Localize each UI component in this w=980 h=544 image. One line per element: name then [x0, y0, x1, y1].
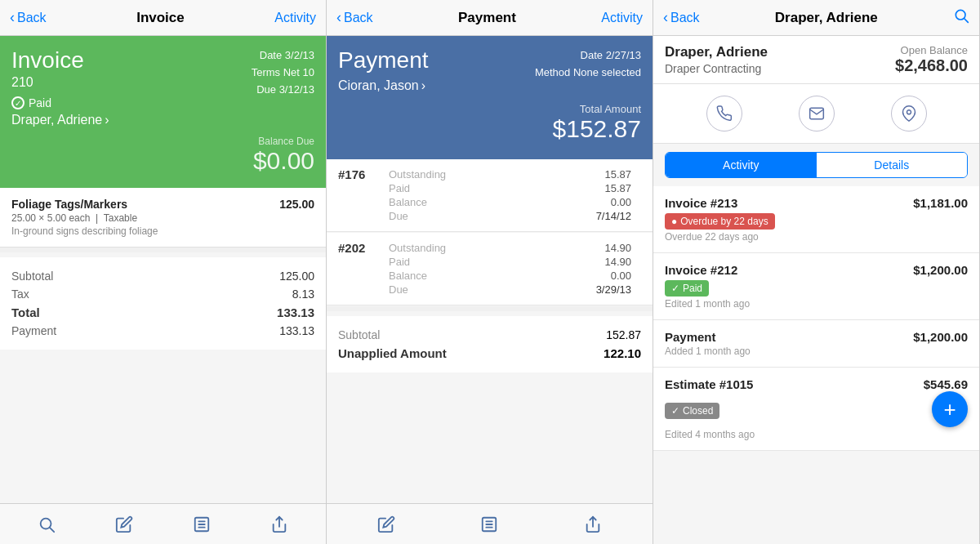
tax-label: Tax	[11, 288, 29, 301]
estimate-1015-title: Estimate #1015	[665, 377, 753, 391]
payment-subtotal-row: Subtotal 152.87	[338, 326, 641, 344]
paid-badge: ✓ Paid	[665, 280, 709, 297]
invoice-status: ✓ Paid	[11, 96, 314, 109]
invoice-212-sub: Edited 1 month ago	[665, 298, 968, 310]
location-button[interactable]	[891, 96, 927, 132]
customer-balance-amount: $2,468.00	[895, 56, 968, 75]
customer-back-label: Back	[670, 11, 700, 25]
paid-check-icon: ✓	[11, 96, 24, 109]
payment-total-label: Total Amount	[338, 103, 641, 115]
customer-nav-bar: ‹ Back Draper, Adriene	[653, 0, 979, 36]
payment-panel: ‹ Back Payment Activity Date 2/27/13 Met…	[327, 0, 653, 544]
email-button[interactable]	[799, 96, 835, 132]
invoice-213-amount: $1,181.00	[913, 196, 968, 210]
customer-header: Draper, Adriene Draper Contracting Open …	[653, 36, 979, 84]
edit-toolbar-button[interactable]	[372, 510, 401, 539]
customer-back-button[interactable]: ‹ Back	[663, 9, 700, 26]
invoice-212-title: Invoice #212	[665, 263, 737, 277]
overdue-badge: ● Overdue by 22 days	[665, 213, 775, 230]
invoice-due-label: Due	[256, 83, 276, 96]
invoice-176-row: #176 Outstanding 15.87 Paid 15.87 Balanc…	[338, 167, 641, 223]
svg-point-14	[906, 110, 911, 114]
search-toolbar-button[interactable]	[32, 510, 61, 539]
activity-item-payment[interactable]: Payment $1,200.00 Added 1 month ago	[653, 320, 979, 368]
line-item-section: Foliage Tags/Markers 125.00 25.00 × 5.00…	[0, 188, 326, 247]
payment-nav-title: Payment	[458, 10, 516, 26]
payment-item-title: Payment	[665, 330, 716, 344]
invoice-due-row: Due 3/12/13	[252, 82, 314, 99]
payment-subtotals: Subtotal 152.87 Unapplied Amount 122.10	[327, 316, 653, 372]
list-toolbar-button[interactable]	[474, 510, 504, 539]
invoice-panel: ‹ Back Invoice Activity Date 3/2/13 Term…	[0, 0, 327, 544]
payment-invoice-176: #176 Outstanding 15.87 Paid 15.87 Balanc…	[327, 159, 653, 232]
share-toolbar-button[interactable]	[578, 510, 608, 539]
invoice-176-id: #176	[338, 167, 379, 181]
tax-value: 8.13	[292, 288, 314, 301]
activity-details-segment: Activity Details	[665, 152, 968, 178]
total-value: 133.13	[277, 305, 314, 319]
customer-name: Draper, Adriene	[665, 44, 768, 60]
payment-back-label: Back	[344, 11, 373, 25]
invoice-date-value: 3/2/13	[285, 49, 314, 61]
invoice-nav-title: Invoice	[136, 10, 185, 26]
chevron-left-icon: ‹	[10, 9, 15, 26]
contact-icons-row	[653, 84, 979, 144]
payment-item-amount: $1,200.00	[913, 330, 968, 344]
customer-balance: Open Balance $2,468.00	[895, 44, 968, 75]
line-item-amount: 125.00	[279, 198, 314, 211]
activity-tab[interactable]: Activity	[666, 153, 817, 177]
payment-item-sub: Added 1 month ago	[665, 346, 968, 357]
phone-button[interactable]	[706, 96, 742, 132]
payment-toolbar	[327, 503, 653, 544]
payment-row: Payment 133.13	[11, 322, 314, 340]
search-button[interactable]	[953, 7, 969, 28]
invoice-activity-button[interactable]: Activity	[274, 11, 316, 25]
invoice-balance-due-label: Balance Due $0.00	[11, 136, 314, 175]
invoice-213-sub: Overdue 22 days ago	[665, 231, 968, 243]
customer-balance-label: Open Balance	[895, 44, 968, 56]
activity-item-invoice-213[interactable]: Invoice #213 $1,181.00 ● Overdue by 22 d…	[653, 186, 979, 253]
estimate-1015-sub: Edited 4 months ago	[665, 429, 968, 440]
payment-method-row: Method None selected	[535, 65, 641, 82]
invoice-176-details: Outstanding 15.87 Paid 15.87 Balance 0.0…	[379, 167, 641, 223]
chevron-left-icon: ‹	[336, 9, 341, 26]
badge-icon: ●	[671, 216, 677, 227]
activity-item-invoice-212[interactable]: Invoice #212 $1,200.00 ✓ Paid Edited 1 m…	[653, 253, 979, 320]
subtotal-value: 125.00	[279, 270, 314, 283]
invoice-meta: Date 3/2/13 Terms Net 10 Due 3/12/13	[252, 47, 314, 98]
svg-line-1	[51, 528, 55, 532]
payment-meta: Date 2/27/13 Method None selected	[535, 47, 641, 82]
add-fab-button[interactable]: +	[932, 391, 968, 427]
payment-nav-bar: ‹ Back Payment Activity	[327, 0, 653, 36]
svg-line-13	[964, 19, 969, 23]
payment-value: 133.13	[279, 324, 314, 337]
payment-header: Date 2/27/13 Method None selected Paymen…	[327, 36, 653, 159]
invoice-client[interactable]: Draper, Adriene ›	[11, 113, 314, 127]
activity-item-estimate-1015[interactable]: Estimate #1015 $545.69 ✓ Closed + Edited…	[653, 368, 979, 451]
invoice-nav-bar: ‹ Back Invoice Activity	[0, 0, 326, 36]
share-toolbar-button[interactable]	[265, 510, 294, 539]
customer-info: Draper, Adriene Draper Contracting	[665, 44, 768, 75]
invoice-terms-row: Terms Net 10	[252, 65, 314, 82]
payment-back-button[interactable]: ‹ Back	[336, 9, 373, 26]
list-toolbar-button[interactable]	[187, 510, 216, 539]
customer-panel: ‹ Back Draper, Adriene Draper, Adriene D…	[653, 0, 980, 544]
invoice-date-row: Date 3/2/13	[252, 47, 314, 65]
invoice-header: Date 3/2/13 Terms Net 10 Due 3/12/13 Inv…	[0, 36, 326, 188]
invoice-202-details: Outstanding 14.90 Paid 14.90 Balance 0.0…	[379, 241, 641, 297]
subtotal-label: Subtotal	[11, 270, 53, 283]
invoice-toolbar	[0, 503, 326, 544]
line-item-name-row: Foliage Tags/Markers 125.00	[11, 198, 314, 211]
line-item-name: Foliage Tags/Markers	[11, 198, 127, 211]
line-item-detail: 25.00 × 5.00 each | Taxable	[11, 212, 314, 224]
unapplied-amount-row: Unapplied Amount 122.10	[338, 344, 641, 363]
details-tab[interactable]: Details	[817, 153, 968, 177]
invoice-due-value: 3/12/13	[279, 83, 314, 96]
payment-activity-button[interactable]: Activity	[601, 11, 643, 25]
total-label: Total	[11, 305, 40, 319]
client-chevron-icon: ›	[105, 113, 109, 127]
edit-toolbar-button[interactable]	[109, 510, 139, 539]
invoice-back-button[interactable]: ‹ Back	[10, 9, 47, 26]
closed-badge: ✓ Closed	[665, 403, 719, 419]
total-row: Total 133.13	[11, 303, 314, 322]
